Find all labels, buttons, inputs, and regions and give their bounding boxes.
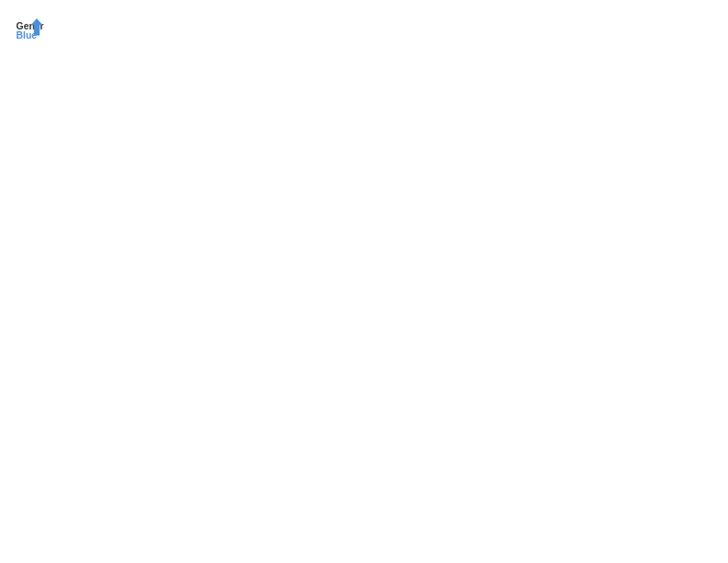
header: General Blue <box>15 15 713 44</box>
logo: General Blue <box>15 15 44 44</box>
logo-icon: General Blue <box>15 15 44 44</box>
calendar-page: General Blue <box>0 0 728 64</box>
